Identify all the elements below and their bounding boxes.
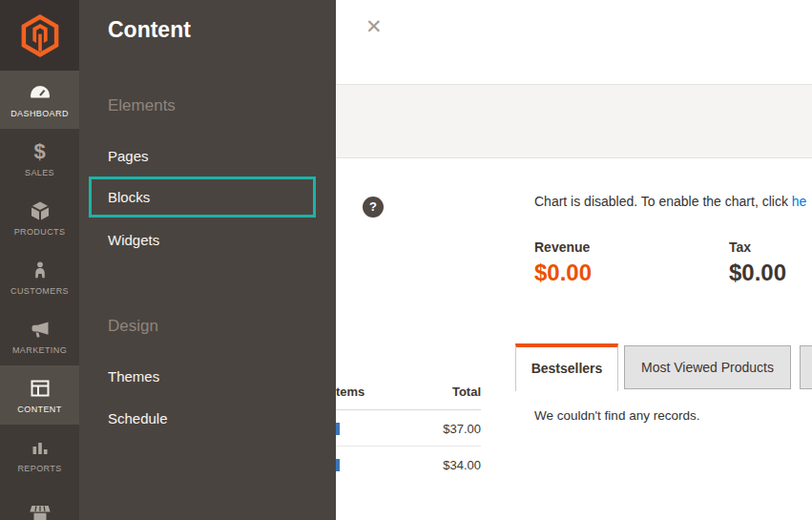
sidebar-item-label: DASHBOARD [10, 109, 69, 118]
dashboard-gauge-icon [29, 81, 52, 104]
chart-disabled-text: Chart is disabled. To enable the chart, … [534, 194, 792, 209]
tab-most-viewed-products[interactable]: Most Viewed Products [624, 345, 791, 389]
person-icon [30, 259, 51, 281]
sidebar-item-sales[interactable]: $ SALES [0, 129, 79, 188]
tab-cutoff[interactable] [800, 345, 812, 389]
sidebar-item-label: CONTENT [17, 405, 61, 414]
menu-item-schedule[interactable]: Schedule [108, 410, 168, 426]
magento-logo-icon [21, 14, 59, 57]
section-title-design: Design [108, 317, 158, 336]
menu-item-blocks[interactable]: Blocks [92, 189, 150, 205]
flyout-title: Content [108, 17, 191, 43]
sidebar-item-label: PRODUCTS [14, 227, 66, 237]
sidebar-item-products[interactable]: PRODUCTS [0, 188, 79, 247]
orders-col-total: Total [452, 385, 481, 399]
orders-col-items: tems [336, 385, 364, 399]
sidebar-item-customers[interactable]: CUSTOMERS [0, 247, 79, 306]
table-divider [336, 409, 481, 410]
tax-stat: Tax $0.00 [729, 239, 786, 286]
megaphone-icon [29, 318, 52, 341]
enable-chart-link[interactable]: he [792, 194, 807, 209]
sidebar-item-label: MARKETING [12, 345, 67, 355]
dollar-icon: $ [33, 140, 45, 163]
revenue-value: $0.00 [534, 260, 592, 286]
order-total-cell: $37.00 [443, 422, 481, 436]
close-icon[interactable]: ✕ [365, 16, 383, 36]
menu-item-blocks-highlight[interactable]: Blocks [89, 177, 316, 218]
menu-item-widgets[interactable]: Widgets [108, 232, 159, 248]
admin-sidebar: DASHBOARD $ SALES PRODUCTS [0, 0, 79, 520]
help-icon[interactable]: ? [363, 197, 384, 218]
sidebar-item-dashboard[interactable]: DASHBOARD [0, 71, 79, 129]
order-link-fragment[interactable] [336, 423, 340, 435]
section-title-elements: Elements [108, 96, 176, 115]
empty-records-message: We couldn't find any records. [534, 408, 699, 423]
magento-admin-screen: ? Chart is disabled. To enable the chart… [0, 0, 812, 520]
menu-item-themes[interactable]: Themes [108, 368, 159, 385]
sidebar-item-content[interactable]: CONTENT [0, 365, 79, 425]
tab-bestsellers[interactable]: Bestsellers [515, 343, 618, 391]
revenue-label: Revenue [534, 239, 592, 255]
revenue-stat: Revenue $0.00 [534, 239, 592, 286]
content-flyout-menu: Content ✕ Elements Pages Blocks Widgets … [79, 0, 336, 520]
sidebar-item-marketing[interactable]: MARKETING [0, 306, 79, 365]
tax-value: $0.00 [729, 260, 786, 286]
storefront-icon [28, 502, 52, 520]
chart-disabled-notice: Chart is disabled. To enable the chart, … [534, 194, 806, 209]
tax-label: Tax [729, 239, 786, 255]
table-divider [336, 446, 481, 447]
menu-item-pages[interactable]: Pages [108, 148, 149, 164]
magento-logo[interactable] [0, 0, 79, 71]
sidebar-item-reports[interactable]: REPORTS [0, 425, 79, 484]
layout-icon [29, 377, 52, 400]
sidebar-item-label: CUSTOMERS [10, 286, 69, 296]
box-icon [29, 199, 52, 222]
sidebar-item-stores[interactable] [0, 484, 79, 520]
sidebar-item-label: SALES [25, 168, 54, 177]
bar-chart-icon [29, 436, 52, 459]
sidebar-item-label: REPORTS [17, 464, 61, 473]
order-total-cell: $34.00 [443, 458, 481, 472]
order-link-fragment[interactable] [336, 459, 340, 471]
